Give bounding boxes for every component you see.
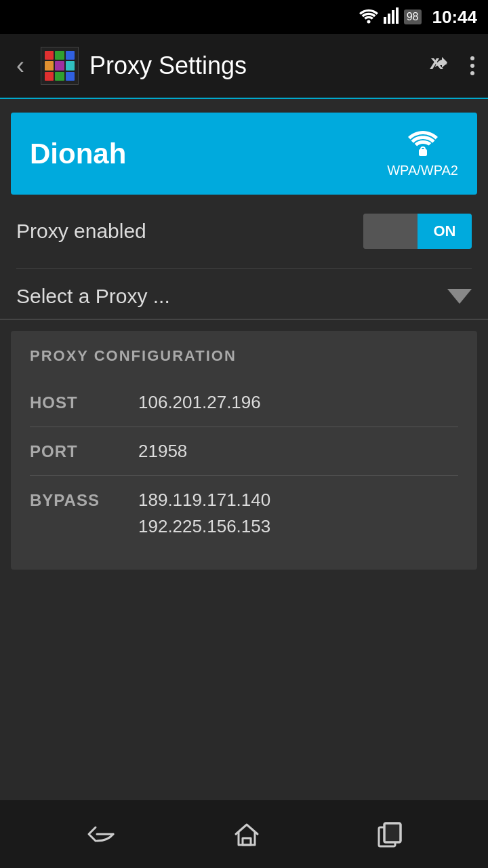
- app-bar: ‹ Proxy Settings: [0, 34, 488, 99]
- nav-home-button[interactable]: [211, 812, 282, 856]
- proxy-enabled-row: Proxy enabled ON: [0, 195, 488, 268]
- nav-bar: [0, 800, 488, 868]
- proxy-toggle-switch[interactable]: ON: [363, 214, 472, 249]
- app-icon: [41, 47, 79, 85]
- host-label: HOST: [30, 392, 138, 412]
- battery-level: 98: [407, 11, 419, 23]
- more-options-icon[interactable]: [468, 54, 477, 78]
- proxy-host-row: HOST 106.201.27.196: [30, 378, 458, 427]
- svg-rect-3: [392, 10, 394, 24]
- page-title: Proxy Settings: [89, 52, 416, 80]
- port-value: 21958: [138, 441, 458, 462]
- app-bar-actions: [427, 54, 477, 78]
- bypass-label: BYPASS: [30, 490, 138, 510]
- proxy-config-card: PROXY CONFIGURATION HOST 106.201.27.196 …: [11, 331, 477, 570]
- svg-rect-9: [384, 823, 401, 842]
- network-security: WPA/WPA2: [387, 129, 458, 178]
- wifi-icon: [359, 7, 378, 26]
- select-proxy-row[interactable]: Select a Proxy ...: [0, 269, 488, 320]
- toggle-on: ON: [418, 214, 472, 249]
- nav-recents-button[interactable]: [354, 814, 425, 854]
- port-label: PORT: [30, 441, 138, 461]
- select-proxy-label: Select a Proxy ...: [16, 285, 170, 308]
- status-icons: 98 10:44: [359, 7, 477, 28]
- host-value: 106.201.27.196: [138, 392, 458, 413]
- network-name: Dionah: [30, 138, 126, 170]
- bypass-value-2: 192.225.156.153: [138, 516, 458, 537]
- dropdown-arrow-icon: [447, 289, 472, 304]
- shuffle-icon[interactable]: [427, 54, 451, 78]
- bypass-values: 189.119.171.140 192.225.156.153: [138, 490, 458, 537]
- svg-rect-7: [243, 838, 251, 845]
- proxy-bypass-row: BYPASS 189.119.171.140 192.225.156.153: [30, 476, 458, 551]
- network-card: Dionah WPA/WPA2: [11, 113, 477, 195]
- svg-rect-2: [388, 14, 390, 24]
- status-bar: 98 10:44: [0, 0, 488, 34]
- proxy-config-title: PROXY CONFIGURATION: [30, 347, 458, 365]
- proxy-port-row: PORT 21958: [30, 427, 458, 476]
- signal-icon: [384, 7, 399, 26]
- nav-back-button[interactable]: [63, 815, 139, 853]
- back-button[interactable]: ‹: [11, 46, 30, 85]
- svg-rect-4: [396, 7, 399, 24]
- proxy-enabled-label: Proxy enabled: [16, 220, 146, 243]
- content-spacer: [0, 570, 488, 800]
- battery-icon: 98: [404, 9, 422, 24]
- svg-point-0: [367, 20, 370, 24]
- network-security-label: WPA/WPA2: [387, 163, 458, 178]
- svg-rect-1: [384, 17, 386, 24]
- bypass-value-1: 189.119.171.140: [138, 490, 458, 511]
- svg-rect-5: [419, 149, 427, 156]
- wifi-lock-icon: [405, 129, 441, 159]
- status-time: 10:44: [432, 7, 478, 28]
- toggle-off: [363, 214, 418, 249]
